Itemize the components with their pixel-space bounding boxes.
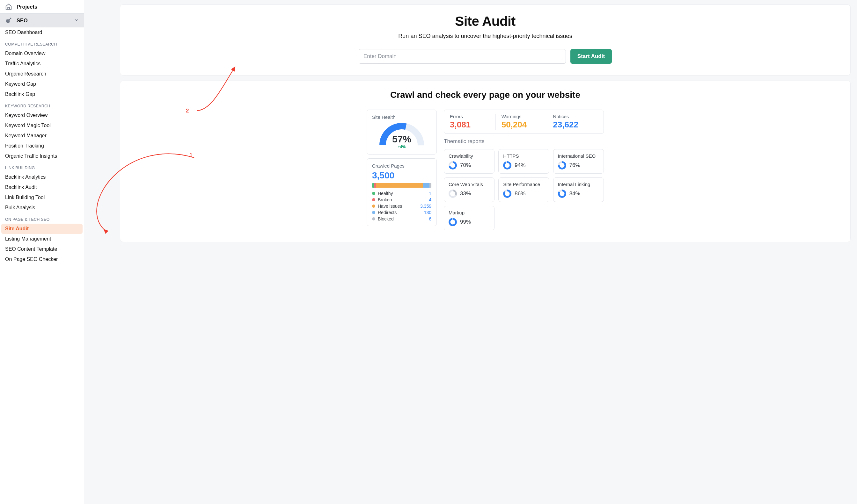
errors-value: 3,081 <box>450 120 494 130</box>
legend-label: Healthy <box>378 191 393 196</box>
progress-ring <box>449 161 457 170</box>
thematic-card-label: Markup <box>449 210 490 215</box>
crawled-pages-total: 3,500 <box>372 171 431 181</box>
nav-item-keyword-gap[interactable]: Keyword Gap <box>0 79 84 89</box>
thematic-card-percent: 94% <box>515 162 525 169</box>
issues-summary-card[interactable]: Errors 3,081 Warnings 50,204 Notices 23,… <box>444 109 604 134</box>
domain-input[interactable] <box>359 49 566 64</box>
sidebar-item-seo[interactable]: SEO <box>0 13 84 28</box>
notices-value: 23,622 <box>553 120 597 130</box>
home-icon <box>5 3 12 10</box>
progress-ring <box>449 218 457 226</box>
annotations-overlay: 1 2 <box>84 0 857 504</box>
sidebar-item-projects[interactable]: Projects <box>0 0 84 13</box>
nav-item-domain-overview[interactable]: Domain Overview <box>0 48 84 58</box>
warnings-label: Warnings <box>502 114 546 119</box>
crawl-panel: Crawl and check every page on your websi… <box>120 81 851 242</box>
legend-row[interactable]: Broken4 <box>372 197 431 202</box>
bar-segment <box>430 183 431 188</box>
svg-point-1 <box>7 20 9 22</box>
legend-row[interactable]: Have issues3,359 <box>372 204 431 209</box>
hero-panel: Site Audit Run an SEO analysis to uncove… <box>120 4 851 75</box>
legend-label: Redirects <box>378 210 397 215</box>
progress-ring <box>503 161 511 170</box>
nav-item-backlink-audit[interactable]: Backlink Audit <box>0 182 84 192</box>
thematic-card-label: Internal Linking <box>558 181 599 187</box>
legend-value: 6 <box>429 216 431 222</box>
nav-item-bulk-analysis[interactable]: Bulk Analysis <box>0 203 84 213</box>
nav-item-keyword-magic-tool[interactable]: Keyword Magic Tool <box>0 120 84 131</box>
nav-item-organic-research[interactable]: Organic Research <box>0 69 84 79</box>
legend-label: Broken <box>378 197 392 202</box>
nav-item-position-tracking[interactable]: Position Tracking <box>0 141 84 151</box>
legend-dot <box>372 198 375 201</box>
nav-item-backlink-analytics[interactable]: Backlink Analytics <box>0 172 84 182</box>
nav-item-site-audit[interactable]: Site Audit <box>1 224 83 234</box>
thematic-card-markup[interactable]: Markup99% <box>444 206 494 230</box>
bar-segment <box>423 183 430 188</box>
page-title: Site Audit <box>129 14 841 29</box>
target-arrow-icon <box>5 17 12 24</box>
nav-item-keyword-overview[interactable]: Keyword Overview <box>0 110 84 120</box>
nav-item-traffic-analytics[interactable]: Traffic Analytics <box>0 58 84 69</box>
site-health-gauge: 57% +4% <box>376 122 427 150</box>
nav-item-backlink-gap[interactable]: Backlink Gap <box>0 89 84 99</box>
thematic-card-percent: 99% <box>460 219 471 225</box>
nav-item-keyword-manager[interactable]: Keyword Manager <box>0 131 84 141</box>
legend-label: Have issues <box>378 204 402 209</box>
thematic-card-percent: 86% <box>515 191 525 197</box>
crawled-pages-bar <box>372 183 431 188</box>
legend-row[interactable]: Redirects130 <box>372 210 431 215</box>
nav-item-listing-management[interactable]: Listing Management <box>0 234 84 244</box>
thematic-card-label: Crawlability <box>449 153 490 159</box>
thematic-card-percent: 33% <box>460 191 471 197</box>
thematic-card-site-performance[interactable]: Site Performance86% <box>498 177 549 202</box>
thematic-reports-label: Thematic reports <box>444 138 604 145</box>
progress-ring <box>558 161 566 170</box>
legend-dot <box>372 192 375 195</box>
sidebar-item-label: SEO <box>17 18 28 23</box>
thematic-card-international-seo[interactable]: International SEO76% <box>553 149 604 174</box>
progress-ring <box>558 190 566 198</box>
legend-dot <box>372 217 375 221</box>
legend-label: Blocked <box>378 216 394 222</box>
nav-item-seo-content-template[interactable]: SEO Content Template <box>0 244 84 254</box>
page-subtitle: Run an SEO analysis to uncover the highe… <box>129 33 841 39</box>
nav-item-organic-traffic-insights[interactable]: Organic Traffic Insights <box>0 151 84 161</box>
legend-dot <box>372 205 375 208</box>
thematic-card-https[interactable]: HTTPS94% <box>498 149 549 174</box>
crawl-title: Crawl and check every page on your websi… <box>129 90 841 100</box>
thematic-card-label: HTTPS <box>503 153 544 159</box>
card-label: Site Health <box>372 115 431 120</box>
thematic-card-percent: 84% <box>569 191 580 197</box>
legend-value: 1 <box>429 191 431 196</box>
thematic-card-percent: 70% <box>460 162 471 169</box>
thematic-card-internal-linking[interactable]: Internal Linking84% <box>553 177 604 202</box>
sidebar: Projects SEO SEO Dashboard COMPETITIVE R… <box>0 0 84 504</box>
chevron-down-icon <box>74 18 79 23</box>
nav-seo-dashboard[interactable]: SEO Dashboard <box>0 28 84 38</box>
crawled-pages-legend: Healthy1Broken4Have issues3,359Redirects… <box>372 191 431 222</box>
legend-row[interactable]: Healthy1 <box>372 191 431 196</box>
thematic-card-percent: 76% <box>569 162 580 169</box>
sidebar-group-label: COMPETITIVE RESEARCH <box>0 38 84 48</box>
legend-value: 4 <box>429 197 431 202</box>
thematic-card-core-web-vitals[interactable]: Core Web Vitals33% <box>444 177 494 202</box>
errors-label: Errors <box>450 114 494 119</box>
sidebar-group-label: ON PAGE & TECH SEO <box>0 213 84 224</box>
legend-value: 3,359 <box>420 204 431 209</box>
thematic-card-label: International SEO <box>558 153 599 159</box>
nav-item-link-building-tool[interactable]: Link Building Tool <box>0 192 84 203</box>
thematic-card-label: Site Performance <box>503 181 544 187</box>
site-health-card[interactable]: Site Health 57% +4% <box>367 109 437 155</box>
legend-row[interactable]: Blocked6 <box>372 216 431 222</box>
thematic-card-crawlability[interactable]: Crawlability70% <box>444 149 494 174</box>
sidebar-group-label: LINK BUILDING <box>0 161 84 172</box>
sidebar-group-label: KEYWORD RESEARCH <box>0 99 84 110</box>
start-audit-button[interactable]: Start Audit <box>570 49 612 64</box>
gauge-percent: 57% <box>376 134 427 145</box>
nav-item-on-page-seo-checker[interactable]: On Page SEO Checker <box>0 254 84 264</box>
warnings-value: 50,204 <box>502 120 546 130</box>
legend-dot <box>372 211 375 214</box>
progress-ring <box>449 190 457 198</box>
